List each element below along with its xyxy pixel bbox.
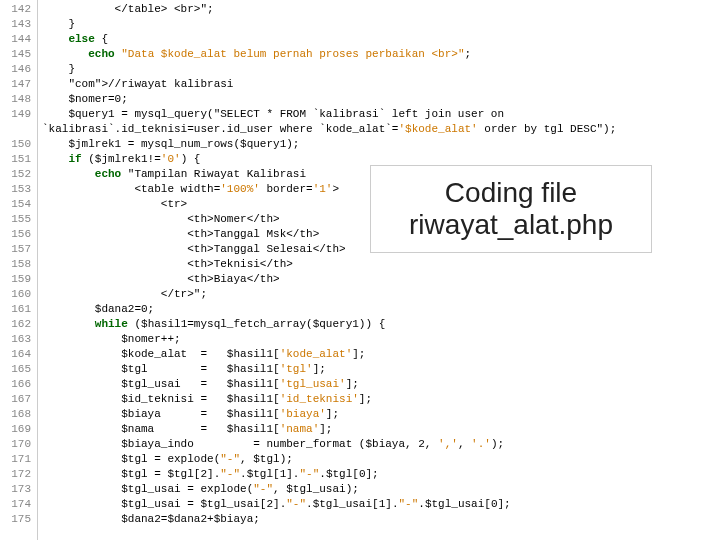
code-line: $tgl = $tgl[2]."-".$tgl[1]."-".$tgl[0]; (42, 467, 716, 482)
code-line: echo "Data $kode_alat belum pernah prose… (42, 47, 716, 62)
code-line: $tgl_usai = $tgl_usai[2]."-".$tgl_usai[1… (42, 497, 716, 512)
code-line: $tgl_usai = $hasil1['tgl_usai']; (42, 377, 716, 392)
line-number: 160 (2, 287, 31, 302)
code-line: $dana2=0; (42, 302, 716, 317)
line-number: 172 (2, 467, 31, 482)
line-number (2, 122, 31, 137)
code-line: while ($hasil1=mysql_fetch_array($query1… (42, 317, 716, 332)
code-line: $tgl = $hasil1['tgl']; (42, 362, 716, 377)
code-line: $tgl = explode("-", $tgl); (42, 452, 716, 467)
line-number: 144 (2, 32, 31, 47)
line-number: 146 (2, 62, 31, 77)
line-number: 161 (2, 302, 31, 317)
code-line: $biaya_indo = number_format ($biaya, 2, … (42, 437, 716, 452)
code-line: $nomer=0; (42, 92, 716, 107)
code-line: $dana2=$dana2+$biaya; (42, 512, 716, 527)
line-number-gutter: 1421431441451461471481491501511521531541… (0, 0, 38, 540)
line-number: 149 (2, 107, 31, 122)
line-number: 150 (2, 137, 31, 152)
line-number: 175 (2, 512, 31, 527)
code-line: $jmlrek1 = mysql_num_rows($query1); (42, 137, 716, 152)
line-number: 169 (2, 422, 31, 437)
code-line: } (42, 62, 716, 77)
code-line: "com">//riwayat kalibrasi (42, 77, 716, 92)
line-number: 152 (2, 167, 31, 182)
line-number: 157 (2, 242, 31, 257)
line-number: 158 (2, 257, 31, 272)
code-line: <th>Biaya</th> (42, 272, 716, 287)
line-number: 153 (2, 182, 31, 197)
code-line: else { (42, 32, 716, 47)
code-line: $query1 = mysql_query("SELECT * FROM `ka… (42, 107, 716, 122)
line-number: 173 (2, 482, 31, 497)
code-line: <th>Teknisi</th> (42, 257, 716, 272)
line-number: 155 (2, 212, 31, 227)
code-area[interactable]: </table> <br>"; } else { echo "Data $kod… (38, 0, 720, 540)
line-number: 167 (2, 392, 31, 407)
line-number: 170 (2, 437, 31, 452)
code-line: $tgl_usai = explode("-", $tgl_usai); (42, 482, 716, 497)
code-line: $kode_alat = $hasil1['kode_alat']; (42, 347, 716, 362)
line-number: 143 (2, 17, 31, 32)
code-line: $id_teknisi = $hasil1['id_teknisi']; (42, 392, 716, 407)
line-number: 171 (2, 452, 31, 467)
line-number: 174 (2, 497, 31, 512)
caption-text: Coding file riwayat_alat.php (371, 177, 651, 241)
code-line: $nomer++; (42, 332, 716, 347)
code-line: `kalibrasi`.id_teknisi=user.id_user wher… (42, 122, 716, 137)
caption-overlay: Coding file riwayat_alat.php (370, 165, 652, 253)
line-number: 147 (2, 77, 31, 92)
code-line: $nama = $hasil1['nama']; (42, 422, 716, 437)
line-number: 162 (2, 317, 31, 332)
line-number: 151 (2, 152, 31, 167)
line-number: 156 (2, 227, 31, 242)
line-number: 168 (2, 407, 31, 422)
line-number: 142 (2, 2, 31, 17)
line-number: 166 (2, 377, 31, 392)
line-number: 163 (2, 332, 31, 347)
code-line: $biaya = $hasil1['biaya']; (42, 407, 716, 422)
code-line: </tr>"; (42, 287, 716, 302)
code-editor: 1421431441451461471481491501511521531541… (0, 0, 720, 540)
line-number: 164 (2, 347, 31, 362)
line-number: 165 (2, 362, 31, 377)
code-line: </table> <br>"; (42, 2, 716, 17)
line-number: 159 (2, 272, 31, 287)
code-line: } (42, 17, 716, 32)
line-number: 148 (2, 92, 31, 107)
line-number: 145 (2, 47, 31, 62)
line-number: 154 (2, 197, 31, 212)
